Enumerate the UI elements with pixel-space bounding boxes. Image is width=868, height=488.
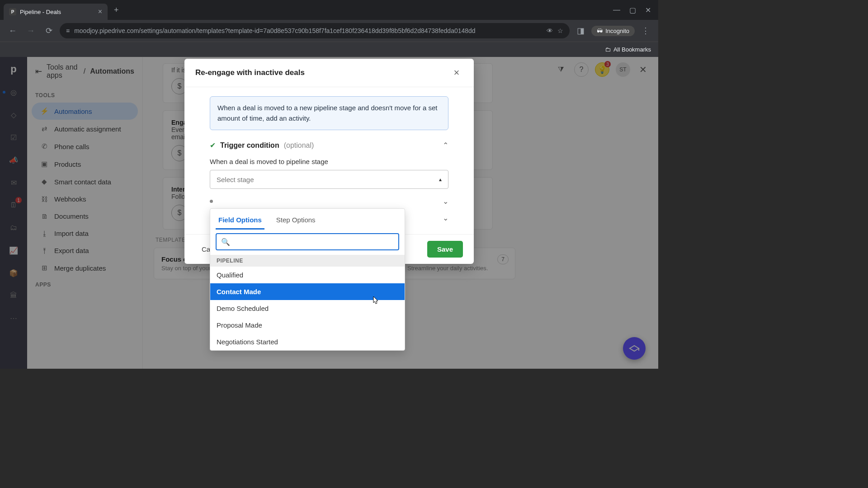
all-bookmarks-button[interactable]: All Bookmarks: [613, 46, 651, 53]
browser-tab[interactable]: P Pipeline - Deals ×: [4, 4, 108, 20]
tab-step-options[interactable]: Step Options: [274, 211, 318, 230]
cursor-icon: [371, 296, 380, 306]
caret-up-icon: ▴: [439, 176, 442, 183]
maximize-button[interactable]: ▢: [629, 6, 636, 14]
chevron-down-icon: ⌄: [443, 214, 448, 222]
trigger-condition-header[interactable]: ✔ Trigger condition (optional) ⌃: [210, 141, 448, 150]
collapsed-section-1[interactable]: ⌄: [210, 197, 448, 206]
trigger-title: Trigger condition: [220, 141, 279, 150]
reload-button[interactable]: ⟳: [42, 23, 56, 38]
forward-button[interactable]: →: [24, 23, 38, 38]
incognito-badge[interactable]: 🕶 Incognito: [591, 26, 635, 36]
visibility-off-icon[interactable]: 👁: [547, 27, 553, 34]
modal-body: When a deal is moved to a new pipeline s…: [184, 87, 474, 234]
check-icon: ✔: [210, 141, 216, 150]
bookmarks-bar: 🗀 All Bookmarks: [0, 42, 658, 57]
new-tab-button[interactable]: +: [114, 5, 119, 15]
bullet-icon: [210, 200, 213, 203]
window-controls: — ▢ ✕: [613, 6, 658, 14]
back-button[interactable]: ←: [5, 23, 20, 38]
modal-header: Re-engage with inactive deals ×: [184, 59, 474, 87]
browser-tab-strip: P Pipeline - Deals × + — ▢ ✕: [0, 0, 658, 20]
search-icon: 🔍: [221, 238, 230, 246]
option-proposal-made[interactable]: Proposal Made: [210, 317, 405, 333]
option-negotiations-started[interactable]: Negotiations Started: [210, 333, 405, 350]
site-info-icon[interactable]: ≡: [66, 27, 70, 34]
dropdown-tabs: Field Options Step Options: [210, 209, 405, 230]
browser-menu-button[interactable]: ⋮: [638, 23, 653, 38]
stage-dropdown: Field Options Step Options 🔍 PIPELINE Qu…: [210, 208, 405, 351]
url-text: moodjoy.pipedrive.com/settings/automatio…: [74, 27, 542, 34]
modal-intro-text: When a deal is moved to a new pipeline s…: [210, 96, 448, 130]
dropdown-search-input[interactable]: [234, 238, 394, 245]
save-button[interactable]: Save: [427, 241, 463, 258]
tab-field-options[interactable]: Field Options: [216, 211, 264, 230]
dropdown-group-pipeline: PIPELINE: [210, 255, 405, 267]
stage-select[interactable]: Select stage ▴: [210, 170, 448, 189]
trigger-label: When a deal is moved to pipeline stage: [210, 158, 448, 165]
incognito-icon: 🕶: [597, 28, 603, 34]
modal-title: Re-engage with inactive deals: [195, 68, 305, 77]
modal-overlay[interactable]: Re-engage with inactive deals × When a d…: [0, 57, 658, 369]
chevron-up-icon: ⌃: [443, 141, 448, 150]
optional-label: (optional): [284, 141, 314, 150]
tab-close-button[interactable]: ×: [98, 8, 102, 16]
chevron-down-icon: ⌄: [443, 197, 448, 206]
bookmark-star-icon[interactable]: ☆: [557, 27, 563, 34]
tab-favicon: P: [9, 8, 16, 15]
address-bar[interactable]: ≡ moodjoy.pipedrive.com/settings/automat…: [60, 23, 570, 38]
modal-close-button[interactable]: ×: [450, 67, 463, 79]
side-panel-button[interactable]: ◨: [573, 23, 588, 38]
browser-toolbar: ← → ⟳ ≡ moodjoy.pipedrive.com/settings/a…: [0, 20, 658, 42]
minimize-button[interactable]: —: [613, 6, 620, 14]
bookmarks-folder-icon: 🗀: [605, 46, 611, 53]
option-qualified[interactable]: Qualified: [210, 267, 405, 283]
dropdown-search[interactable]: 🔍: [216, 233, 399, 250]
close-window-button[interactable]: ✕: [645, 6, 651, 14]
select-placeholder: Select stage: [217, 176, 254, 183]
modal: Re-engage with inactive deals × When a d…: [184, 59, 474, 264]
tab-title: Pipeline - Deals: [20, 9, 61, 15]
